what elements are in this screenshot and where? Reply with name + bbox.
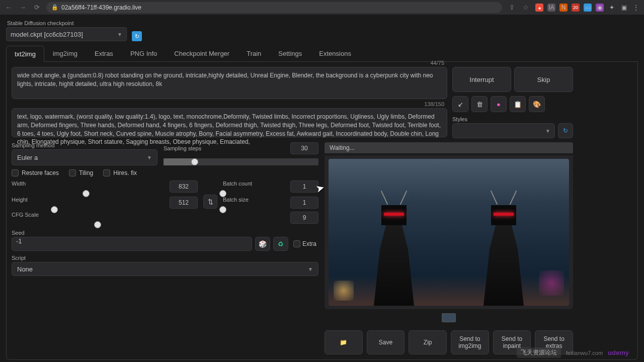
height-value[interactable]: 512 bbox=[170, 197, 198, 209]
styles-refresh-button[interactable]: ↻ bbox=[558, 123, 573, 138]
panel-icon[interactable]: ▣ bbox=[620, 4, 628, 12]
paint-icon-button[interactable]: 🎨 bbox=[529, 96, 545, 112]
checkpoint-label: Stable Diffusion checkpoint bbox=[7, 20, 127, 26]
cfg-label: CFG Scale bbox=[12, 212, 39, 224]
clipboard-icon-button[interactable]: 📋 bbox=[510, 96, 526, 112]
sampling-method-select[interactable]: Euler a ▼ bbox=[12, 149, 157, 165]
batch-size-label: Batch size bbox=[223, 197, 249, 209]
refresh-checkpoint-button[interactable]: ↻ bbox=[132, 31, 142, 41]
tab-img2img[interactable]: img2img bbox=[44, 45, 86, 61]
prompt-input[interactable]: wide shot angle, a (gundam:0.8) robot st… bbox=[12, 67, 447, 99]
ext-icon[interactable]: ⬥ bbox=[535, 4, 543, 12]
tab-png-info[interactable]: PNG Info bbox=[122, 45, 166, 61]
lock-icon: 🔒 bbox=[51, 4, 58, 11]
output-image-area: ✕ bbox=[325, 155, 573, 309]
ext-icon[interactable]: 20 bbox=[572, 4, 580, 12]
prompt-counter: 44/75 bbox=[430, 60, 444, 66]
styles-label: Styles bbox=[452, 116, 555, 122]
tab-extensions[interactable]: Extensions bbox=[310, 45, 360, 61]
neg-prompt-counter: 138/150 bbox=[424, 101, 444, 107]
main-tabs: txt2imgimg2imgExtrasPNG InfoCheckpoint M… bbox=[6, 45, 638, 62]
negative-prompt-input[interactable]: text, logo, watermark, (worst quality, l… bbox=[12, 108, 447, 137]
chevron-down-icon: ▼ bbox=[117, 32, 122, 37]
checkpoint-select[interactable]: model.ckpt [cc6cb27103] ▼ bbox=[6, 27, 127, 41]
sampling-steps-value[interactable]: 30 bbox=[290, 142, 318, 154]
forward-button[interactable]: → bbox=[18, 3, 27, 12]
batch-size-value[interactable]: 1 bbox=[290, 197, 318, 209]
seed-recycle-button[interactable]: ♻ bbox=[273, 237, 288, 251]
height-label: Height bbox=[12, 197, 28, 209]
extension-icons: ⬥ IA N 20 ▭ ◉ ✦ ▣ ⋮ bbox=[535, 4, 640, 12]
skip-button[interactable]: Skip bbox=[514, 67, 573, 92]
open-folder-button[interactable]: 📁 bbox=[325, 330, 363, 354]
ext-icon[interactable]: N bbox=[559, 4, 568, 12]
url-text: 02a56ff4-71ff-439e.gradio.live bbox=[61, 4, 141, 11]
zip-button[interactable]: Zip bbox=[409, 330, 447, 354]
chevron-down-icon: ▼ bbox=[147, 155, 152, 160]
sampling-steps-slider[interactable] bbox=[164, 158, 318, 165]
tab-txt2img[interactable]: txt2img bbox=[6, 46, 44, 62]
seed-input[interactable]: -1 bbox=[12, 237, 252, 251]
url-bar[interactable]: 🔒 02a56ff4-71ff-439e.gradio.live bbox=[46, 2, 502, 13]
share-icon[interactable]: ⇪ bbox=[507, 3, 516, 12]
tiling-checkbox[interactable]: Tiling bbox=[69, 169, 93, 176]
width-value[interactable]: 832 bbox=[170, 180, 198, 193]
ext-icon[interactable]: IA bbox=[547, 4, 555, 12]
tab-settings[interactable]: Settings bbox=[270, 45, 310, 61]
cfg-value[interactable]: 9 bbox=[290, 212, 318, 224]
send-img2img-button[interactable]: Send to img2img bbox=[451, 330, 489, 354]
hires-fix-checkbox[interactable]: Hires. fix bbox=[103, 169, 137, 176]
tab-train[interactable]: Train bbox=[238, 45, 270, 61]
seed-random-button[interactable]: 🎲 bbox=[255, 237, 270, 251]
browser-bar: ← → ⟳ 🔒 02a56ff4-71ff-439e.gradio.live ⇪… bbox=[0, 0, 644, 15]
width-label: Width bbox=[12, 180, 26, 193]
styles-select[interactable]: ▼ bbox=[452, 123, 555, 138]
output-status: Waiting... bbox=[325, 142, 573, 153]
tab-extras[interactable]: Extras bbox=[86, 45, 122, 61]
batch-count-value[interactable]: 1 bbox=[290, 180, 318, 193]
chevron-down-icon: ▼ bbox=[308, 266, 313, 272]
swap-dimensions-button[interactable]: ⇅ bbox=[203, 195, 217, 209]
interrupt-button[interactable]: Interrupt bbox=[452, 67, 511, 92]
arrow-icon-button[interactable]: ↙ bbox=[452, 96, 468, 112]
menu-icon[interactable]: ⋮ bbox=[632, 4, 640, 12]
seed-extra-checkbox[interactable]: Extra bbox=[291, 240, 318, 247]
save-button[interactable]: Save bbox=[367, 330, 405, 354]
ext-icon[interactable]: ◉ bbox=[596, 4, 604, 12]
star-icon[interactable]: ☆ bbox=[521, 3, 530, 12]
seed-label: Seed bbox=[12, 230, 318, 236]
style-icon-button[interactable]: ● bbox=[491, 96, 507, 112]
generated-image[interactable] bbox=[329, 159, 569, 306]
output-thumbnail[interactable] bbox=[442, 313, 456, 322]
watermark: 飞天资源论坛 feitianwu7.com udemy bbox=[517, 347, 629, 358]
restore-faces-checkbox[interactable]: Restore faces bbox=[12, 169, 59, 176]
batch-count-label: Batch count bbox=[223, 180, 252, 193]
back-button[interactable]: ← bbox=[4, 3, 13, 12]
tab-checkpoint-merger[interactable]: Checkpoint Merger bbox=[166, 45, 238, 61]
script-select[interactable]: None ▼ bbox=[12, 262, 318, 276]
puzzle-icon[interactable]: ✦ bbox=[608, 4, 616, 12]
script-label: Script bbox=[12, 255, 318, 261]
ext-icon[interactable]: ▭ bbox=[584, 4, 592, 12]
reload-button[interactable]: ⟳ bbox=[32, 3, 41, 12]
trash-icon-button[interactable]: 🗑 bbox=[471, 96, 488, 112]
